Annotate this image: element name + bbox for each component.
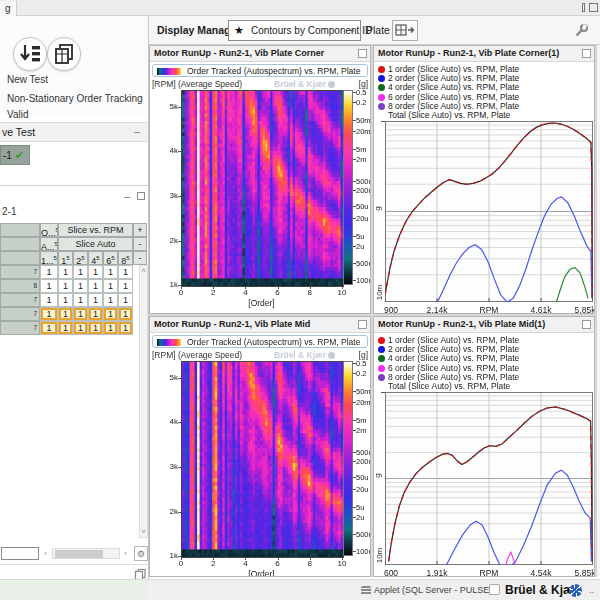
legend-item[interactable]: 2 order (Slice Auto) vs. RPM, Plate <box>378 344 519 353</box>
line-chart-plot[interactable] <box>385 121 593 302</box>
order-column-header[interactable]: 65 <box>103 251 118 265</box>
panel-title-bar[interactable]: Motor RunUp - Run2-1, Vib Plate Corner <box>150 46 370 62</box>
table-cell[interactable]: 1 <box>73 293 88 307</box>
active-test-bar[interactable]: ve Test – <box>0 122 148 142</box>
legend-dot-icon <box>378 66 385 73</box>
ribbon-label-new-test[interactable]: New Test <box>7 74 48 85</box>
panel-maximize-icon[interactable] <box>137 192 145 200</box>
header-key-2[interactable]: 1...5 <box>40 251 58 265</box>
table-cell[interactable]: 1 <box>118 265 133 279</box>
table-cell[interactable]: 1 <box>58 265 73 279</box>
legend-item[interactable]: 4 order (Slice Auto) vs. RPM, Plate <box>378 82 519 91</box>
table-vscrollbar[interactable]: ˄ ˅ <box>139 265 148 538</box>
contour-legend[interactable]: Order Tracked (Autospectrum) vs. RPM, Pl… <box>152 64 368 77</box>
header-span-0[interactable]: Slice vs. RPM <box>58 223 133 237</box>
add-column-button[interactable]: + <box>133 223 147 237</box>
panel-maximize-icon[interactable] <box>358 49 367 58</box>
table-cell[interactable]: 1 <box>103 321 118 335</box>
minimize-icon[interactable]: – <box>134 125 140 137</box>
page-field[interactable] <box>1 547 39 560</box>
tick-mark <box>178 422 181 423</box>
table-cell[interactable]: 1 <box>73 265 88 279</box>
spectrogram-plot[interactable] <box>181 361 344 558</box>
table-cell[interactable]: 1 <box>118 321 133 335</box>
table-cell[interactable]: 1 <box>118 307 133 321</box>
table-cell[interactable]: 1 <box>88 279 103 293</box>
table-cell[interactable]: 1 <box>103 307 118 321</box>
table-cell[interactable]: 1 <box>88 293 103 307</box>
scroll-down-icon[interactable]: ˅ <box>140 528 147 536</box>
table-cell[interactable]: 1 <box>40 321 58 335</box>
legend-item[interactable]: 8 order (Slice Auto) vs. RPM, Plate <box>378 101 519 110</box>
legend-item[interactable]: 1 order (Slice Auto) vs. RPM, Plate <box>378 64 519 73</box>
legend-item[interactable]: 8 order (Slice Auto) vs. RPM, Plate <box>378 372 519 381</box>
table-cell[interactable]: 1 <box>73 321 88 335</box>
ribbon-label-nsot[interactable]: Non-Stationary Order Tracking <box>7 93 143 104</box>
remove-row-button[interactable]: - <box>133 251 147 265</box>
table-cell[interactable]: 1 <box>73 279 88 293</box>
panel-maximize-icon[interactable] <box>358 320 367 329</box>
table-cell[interactable]: 1 <box>40 265 58 279</box>
line-chart-plot[interactable] <box>385 392 593 565</box>
panel-maximize-icon[interactable] <box>582 49 591 58</box>
table-cell[interactable]: 1 <box>103 293 118 307</box>
header-key-1[interactable]: A...5 <box>40 237 58 251</box>
table-hscrollbar[interactable] <box>52 548 120 559</box>
header-key-0[interactable]: O...5 <box>40 223 58 237</box>
legend-item[interactable]: 6 order (Slice Auto) vs. RPM, Plate <box>378 363 519 372</box>
hscroll-thumb[interactable] <box>55 550 103 558</box>
legend-item[interactable]: 4 order (Slice Auto) vs. RPM, Plate <box>378 353 519 362</box>
spectrogram-plot[interactable] <box>181 90 344 287</box>
table-cell[interactable]: 1 <box>58 321 73 335</box>
legend-item[interactable]: 6 order (Slice Auto) vs. RPM, Plate <box>378 92 519 101</box>
table-cell[interactable]: 1 <box>40 279 58 293</box>
table-cell[interactable]: 1 <box>58 293 73 307</box>
table-cell[interactable]: 1 <box>88 321 103 335</box>
preset-dropdown[interactable]: ★ Contours by Component ID ⌄ <box>228 20 361 41</box>
table-settings-button[interactable]: ⚙ <box>134 546 148 561</box>
app-window: g New Test Non-Stationary Order Tracking… <box>0 0 600 600</box>
table-cell[interactable]: 1 <box>40 293 58 307</box>
legend-item[interactable]: 1 order (Slice Auto) vs. RPM, Plate <box>378 335 519 344</box>
panel-title-bar[interactable]: Motor RunUp - Run2-1, Vib Plate Mid <box>150 317 370 333</box>
wrench-icon[interactable] <box>574 23 589 38</box>
table-cell[interactable]: 1 <box>103 265 118 279</box>
brand-fan-logo-icon <box>569 584 582 597</box>
remove-column-button[interactable]: - <box>133 237 147 251</box>
table-cell[interactable]: 1 <box>103 279 118 293</box>
tab-partial[interactable]: g <box>0 1 17 16</box>
legend-item[interactable]: 2 order (Slice Auto) vs. RPM, Plate <box>378 73 519 82</box>
legend-dot-icon <box>378 103 385 110</box>
order-column-header[interactable]: 45 <box>88 251 103 265</box>
table-cell[interactable]: 1 <box>58 279 73 293</box>
table-cell[interactable]: 1 <box>88 265 103 279</box>
table-cell[interactable]: 1 <box>88 307 103 321</box>
table-cell[interactable]: 1 <box>118 279 133 293</box>
panel-minimize-icon[interactable]: – <box>124 190 130 202</box>
table-cell[interactable]: 1 <box>40 307 58 321</box>
scroll-up-icon[interactable]: ˄ <box>140 267 147 275</box>
order-column-header[interactable]: 15 <box>58 251 73 265</box>
panel-maximize-icon[interactable] <box>582 320 591 329</box>
panel-title-bar[interactable]: Motor RunUp - Run2-1, Vib Plate Corner(1… <box>374 46 594 62</box>
table-cell[interactable]: 1 <box>73 307 88 321</box>
scroll-right-icon[interactable]: › <box>124 550 127 558</box>
legend-item[interactable]: Total (Slice Auto) vs. RPM, Plate <box>378 381 510 390</box>
panel-title-bar[interactable]: Motor RunUp - Run2-1, Vib Plate Mid(1) <box>374 317 594 333</box>
window-maximize-icon[interactable] <box>589 3 598 12</box>
scroll-left-icon[interactable]: ‹ <box>44 550 47 558</box>
header-span-1[interactable]: Slice Auto <box>58 237 133 251</box>
contour-legend[interactable]: Order Tracked (Autospectrum) vs. RPM, Pl… <box>152 335 368 348</box>
table-cell[interactable]: 1 <box>118 293 133 307</box>
legend-item[interactable]: Total (Slice Auto) vs. RPM, Plate <box>378 110 510 119</box>
order-tracking-button[interactable] <box>13 37 47 71</box>
order-column-header[interactable]: 25 <box>73 251 88 265</box>
status-checkbox-icon[interactable] <box>489 584 500 595</box>
run-tab[interactable]: -1 ✔ <box>0 145 30 165</box>
colorbar-tick-label: 5u <box>356 503 364 512</box>
grid-export-button[interactable] <box>392 20 418 41</box>
copy-report-button[interactable] <box>47 37 81 71</box>
window-pin-icon[interactable] <box>582 3 585 12</box>
order-column-header[interactable]: 85 <box>118 251 133 265</box>
table-cell[interactable]: 1 <box>58 307 73 321</box>
